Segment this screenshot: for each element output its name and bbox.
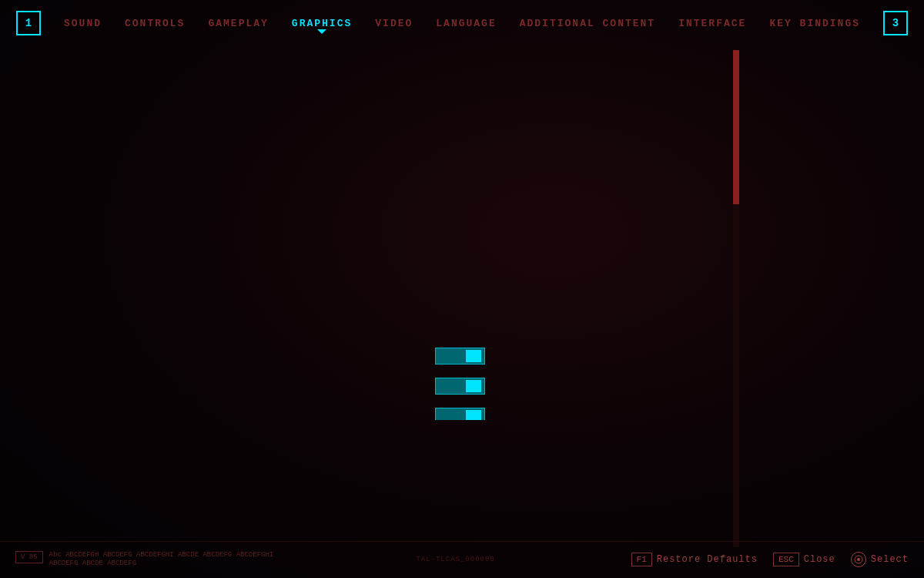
top-navigation: 1 SOUND CONTROLS GAMEPLAY GRAPHICS VIDEO… bbox=[0, 0, 924, 46]
rt-sun-shadows-toggle[interactable] bbox=[435, 408, 485, 420]
nav-item-language[interactable]: LANGUAGE bbox=[436, 18, 496, 29]
restore-key: F1 bbox=[631, 553, 652, 566]
ray-tracing-toggle[interactable] bbox=[435, 348, 485, 365]
close-label: Close bbox=[804, 554, 835, 565]
svg-point-6 bbox=[857, 558, 860, 561]
nav-item-video[interactable]: VIDEO bbox=[375, 18, 413, 29]
nav-item-sound[interactable]: SOUND bbox=[64, 18, 102, 29]
restore-defaults-action[interactable]: F1 Restore Defaults bbox=[631, 553, 758, 566]
scrollbar[interactable] bbox=[733, 50, 739, 547]
nav-item-graphics[interactable]: GRAPHICS bbox=[292, 18, 352, 29]
nav-bracket-right: 3 bbox=[883, 11, 908, 35]
nav-item-keybindings[interactable]: KEY BINDINGS bbox=[769, 18, 860, 29]
nav-item-additional[interactable]: ADDITIONAL CONTENT bbox=[520, 18, 655, 29]
nav-item-controls[interactable]: CONTROLS bbox=[125, 18, 185, 29]
nav-item-gameplay[interactable]: GAMEPLAY bbox=[208, 18, 268, 29]
restore-label: Restore Defaults bbox=[657, 554, 758, 565]
close-action[interactable]: ESC Close bbox=[773, 553, 835, 566]
bottom-center-text: TAL-TLCAS_000000 bbox=[416, 556, 494, 563]
nav-bracket-left: 1 bbox=[16, 11, 41, 35]
select-label: Select bbox=[871, 554, 909, 565]
select-action[interactable]: Select bbox=[851, 552, 909, 567]
scroll-thumb bbox=[733, 50, 739, 204]
bottom-bar: V 85 Abc ABCDEFGH ABCDEFG ABCDEFGHI ABCD… bbox=[0, 541, 924, 578]
version-info: V 85 Abc ABCDEFGH ABCDEFG ABCDEFGHI ABCD… bbox=[15, 551, 280, 569]
bottom-right-actions: F1 Restore Defaults ESC Close Select bbox=[631, 552, 909, 567]
version-box: V 85 bbox=[15, 551, 43, 563]
close-key: ESC bbox=[773, 553, 799, 566]
nav-item-interface[interactable]: INTERFACE bbox=[678, 18, 746, 29]
rt-reflections-toggle[interactable] bbox=[435, 378, 485, 395]
select-icon bbox=[851, 552, 866, 567]
bottom-description: Abc ABCDEFGH ABCDEFG ABCDEFGHI ABCDE ABC… bbox=[49, 551, 280, 569]
